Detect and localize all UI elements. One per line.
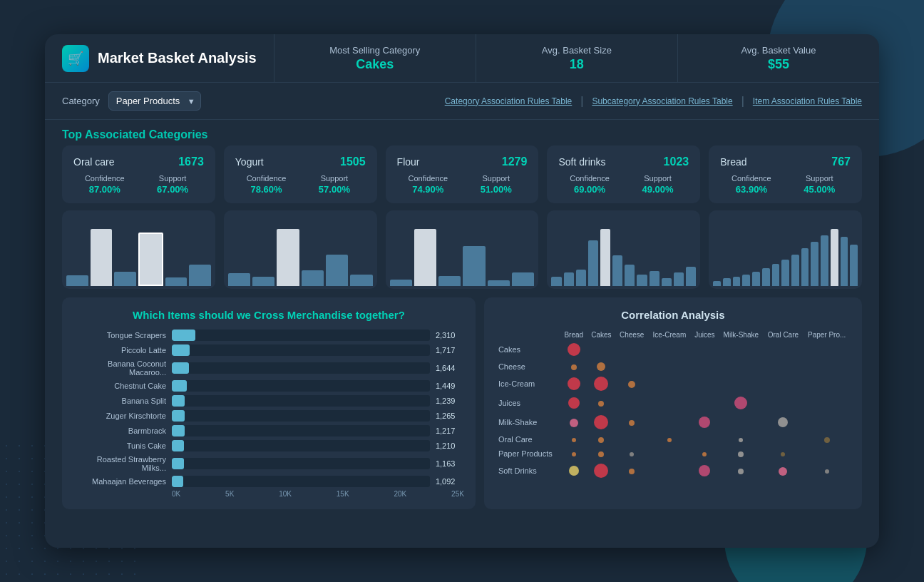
card-stats-0: Confidence 87.00% Support 67.00% xyxy=(73,174,204,195)
bar-value-2: 1,644 xyxy=(436,364,464,372)
corr-cell-7-3 xyxy=(648,461,690,481)
card-header-2: Flour 1279 xyxy=(397,155,528,168)
mini-bar-4-10 xyxy=(811,242,818,286)
card-header-1: Yogurt 1505 xyxy=(235,155,366,168)
corr-cell-0-3 xyxy=(648,340,690,359)
header-stats: Most Selling Category Cakes Avg. Basket … xyxy=(274,34,879,82)
mini-bar-0-3 xyxy=(138,233,163,286)
corr-dot-6-4 xyxy=(702,452,707,456)
nav-divider-1: | xyxy=(580,95,583,108)
controls-row: Category Paper Products Bread Cakes Dair… xyxy=(45,83,879,120)
category-select-wrapper[interactable]: Paper Products Bread Cakes Dairy Beverag… xyxy=(108,91,201,111)
card-support-4: Support 45.00% xyxy=(789,174,851,195)
category-select[interactable]: Paper Products Bread Cakes Dairy Beverag… xyxy=(108,91,201,111)
corr-dot-1-1 xyxy=(597,362,605,371)
mini-bar-0-1 xyxy=(91,229,113,286)
logo-icon: 🛒 xyxy=(62,45,89,72)
corr-cell-2-7 xyxy=(803,374,851,394)
corr-cell-5-2 xyxy=(615,432,648,446)
bar-value-3: 1,449 xyxy=(436,382,464,390)
bar-fill-8 xyxy=(172,458,184,469)
bar-track-7 xyxy=(172,440,430,451)
corr-cell-3-6 xyxy=(764,394,804,412)
bar-row-6: Barmbrack 1,217 xyxy=(73,425,464,436)
bar-row-9: Mahaajan Beverages 1,092 xyxy=(73,476,464,487)
corr-dot-7-7 xyxy=(825,469,829,474)
corr-cell-0-6 xyxy=(764,340,804,359)
card-stats-3: Confidence 69.00% Support 49.00% xyxy=(558,174,689,195)
bar-value-8: 1,163 xyxy=(436,459,464,468)
card-confidence-4: Confidence 63.90% xyxy=(720,174,782,195)
mini-bar-4-5 xyxy=(762,268,770,286)
corr-row-label-1: Cheese xyxy=(496,359,560,374)
corr-cell-5-5 xyxy=(719,432,763,446)
bar-value-5: 1,265 xyxy=(436,412,464,420)
bar-value-1: 1,717 xyxy=(436,346,464,354)
corr-cell-4-1 xyxy=(587,412,615,432)
card-confidence-3: Confidence 69.00% xyxy=(558,174,620,195)
bar-axis: 0K5K10K15K20K25K xyxy=(73,490,464,498)
corr-row-0: Cakes xyxy=(496,340,851,359)
most-selling-stat: Most Selling Category Cakes xyxy=(274,34,476,82)
corr-cell-7-1 xyxy=(587,461,615,481)
corr-row-5: Oral Care xyxy=(496,432,851,446)
card-header-3: Soft drinks 1023 xyxy=(558,155,689,168)
mini-bar-1-5 xyxy=(350,275,372,286)
nav-subcategory-rules[interactable]: Subcategory Association Rules Table xyxy=(592,96,732,106)
mini-bar-3-4 xyxy=(600,229,610,286)
corr-cell-3-5 xyxy=(719,394,763,412)
mini-chart-4 xyxy=(709,210,862,289)
corr-cell-0-0 xyxy=(560,340,587,359)
corr-cell-5-1 xyxy=(587,432,615,446)
mini-bar-4-12 xyxy=(831,229,838,286)
section-title: Top Associated Categories xyxy=(45,120,879,146)
nav-item-rules[interactable]: Item Association Rules Table xyxy=(753,96,862,106)
corr-dot-3-1 xyxy=(598,401,604,407)
axis-label-4: 20K xyxy=(394,490,406,498)
bar-value-9: 1,092 xyxy=(436,477,464,486)
mini-bar-4-7 xyxy=(781,260,789,286)
corr-dot-4-2 xyxy=(629,420,635,426)
corr-cell-6-4 xyxy=(691,446,719,461)
corr-cell-1-2 xyxy=(615,359,648,374)
bar-track-4 xyxy=(172,395,430,407)
corr-dot-6-5 xyxy=(738,451,744,457)
card-confidence-2: Confidence 74.90% xyxy=(397,174,459,195)
bar-row-5: Zuger Kirschtorte 1,265 xyxy=(73,410,464,422)
corr-col-6: Oral Care xyxy=(764,330,804,340)
mini-bar-3-1 xyxy=(564,272,574,286)
corr-cell-0-4 xyxy=(691,340,719,359)
corr-cell-1-1 xyxy=(587,359,615,374)
bar-label-3: Chestnut Cake xyxy=(73,382,166,390)
card-confidence-1: Confidence 78.60% xyxy=(235,174,297,195)
corr-cell-0-2 xyxy=(615,340,648,359)
corr-cell-1-7 xyxy=(803,359,851,374)
dashboard: 🛒 Market Basket Analysis Most Selling Ca… xyxy=(45,34,879,548)
corr-cell-4-4 xyxy=(691,412,719,432)
mini-charts-row xyxy=(45,203,879,289)
bar-label-7: Tunis Cake xyxy=(73,441,166,450)
bar-track-1 xyxy=(172,344,430,356)
bar-value-0: 2,310 xyxy=(436,331,464,340)
card-confidence-0: Confidence 87.00% xyxy=(73,174,135,195)
corr-cell-7-2 xyxy=(615,461,648,481)
corr-col-3: Ice-Cream xyxy=(648,330,690,340)
card-name-4: Bread xyxy=(720,156,746,168)
corr-row-3: Juices xyxy=(496,394,851,412)
axis-label-0: 0K xyxy=(172,490,180,498)
corr-cell-1-4 xyxy=(691,359,719,374)
corr-row-label-0: Cakes xyxy=(496,340,560,359)
avg-basket-size-value: 18 xyxy=(570,57,584,72)
card-header-4: Bread 767 xyxy=(720,155,851,168)
corr-dot-4-1 xyxy=(594,415,608,429)
mini-bar-3-6 xyxy=(625,265,635,286)
mini-bar-0-0 xyxy=(66,275,88,286)
bar-row-1: Piccolo Latte 1,717 xyxy=(73,344,464,356)
corr-cell-6-6 xyxy=(764,446,804,461)
nav-category-rules[interactable]: Category Association Rules Table xyxy=(445,96,573,106)
corr-cell-5-6 xyxy=(764,432,804,446)
corr-dot-4-0 xyxy=(570,419,578,427)
bar-fill-5 xyxy=(172,410,185,422)
corr-cell-6-7 xyxy=(803,446,851,461)
corr-dot-3-0 xyxy=(568,397,580,409)
